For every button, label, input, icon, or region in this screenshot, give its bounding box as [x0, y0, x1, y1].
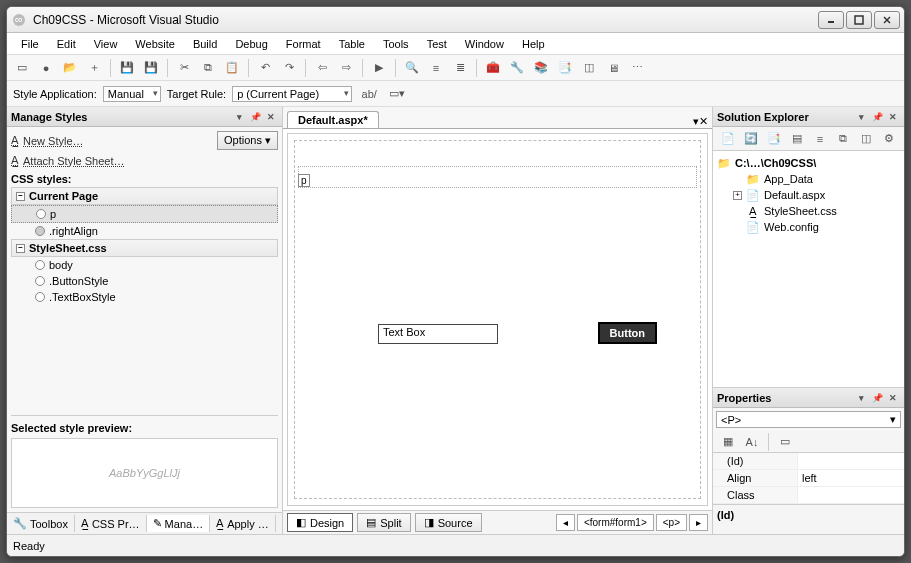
tree-root[interactable]: 📁C:\…\Ch09CSS\	[717, 155, 900, 171]
properties-icon[interactable]: 🔧	[506, 57, 528, 79]
menu-build[interactable]: Build	[185, 36, 225, 52]
breadcrumb-form[interactable]: <form#form1>	[577, 514, 654, 531]
crumb-nav-right[interactable]: ▸	[689, 514, 708, 531]
menu-tools[interactable]: Tools	[375, 36, 417, 52]
options-button[interactable]: Options ▾	[217, 131, 278, 150]
nav-back-icon[interactable]: ⇦	[311, 57, 333, 79]
breadcrumb-p[interactable]: <p>	[656, 514, 687, 531]
doc-tab-default[interactable]: Default.aspx*	[287, 111, 379, 128]
maximize-button[interactable]	[846, 11, 872, 29]
open-file-icon[interactable]: 📂	[59, 57, 81, 79]
tree-default-aspx[interactable]: +📄Default.aspx	[717, 187, 900, 203]
close-icon[interactable]: ✕	[886, 110, 900, 124]
menu-debug[interactable]: Debug	[227, 36, 275, 52]
expand-icon[interactable]: +	[733, 191, 742, 200]
menu-format[interactable]: Format	[278, 36, 329, 52]
uncomment-icon[interactable]: ≣	[449, 57, 471, 79]
target-rule-dropdown[interactable]: p (Current Page)	[232, 86, 352, 102]
pane-dropdown-icon[interactable]: ▾	[854, 391, 868, 405]
tab-apply-styles[interactable]: A̲Apply …	[210, 515, 276, 532]
close-button[interactable]	[874, 11, 900, 29]
css-rule-body[interactable]: body	[11, 257, 278, 273]
p-tag-handle[interactable]: p	[298, 174, 310, 187]
more-tools-icon[interactable]: ⋯	[626, 57, 648, 79]
tab-manage-styles[interactable]: ✎Mana…	[147, 515, 211, 532]
se-showall-icon[interactable]: ▤	[786, 128, 807, 150]
property-pages-icon[interactable]: ▭	[774, 431, 796, 453]
menu-help[interactable]: Help	[514, 36, 553, 52]
css-group-current-page[interactable]: −Current Page	[11, 187, 278, 205]
close-icon[interactable]: ✕	[886, 391, 900, 405]
style-tool-icon[interactable]: ab/	[358, 83, 380, 105]
comment-icon[interactable]: ≡	[425, 57, 447, 79]
style-application-mode-dropdown[interactable]: Manual	[103, 86, 161, 102]
doc-close-icon[interactable]: ✕	[699, 115, 708, 128]
prop-row-class[interactable]: Class	[713, 487, 904, 504]
alphabetical-icon[interactable]: A↓	[741, 431, 763, 453]
paragraph-outline[interactable]	[298, 166, 697, 188]
se-refresh-icon[interactable]: 🔄	[740, 128, 761, 150]
menu-table[interactable]: Table	[331, 36, 373, 52]
button-control[interactable]: Button	[598, 322, 657, 344]
attach-stylesheet-link[interactable]: A̲Attach Style Sheet…	[11, 154, 278, 167]
copy-icon[interactable]: ⧉	[197, 57, 219, 79]
css-rule-textboxstyle[interactable]: .TextBoxStyle	[11, 289, 278, 305]
pane-dropdown-icon[interactable]: ▾	[232, 110, 246, 124]
view-split-button[interactable]: ▤Split	[357, 513, 410, 532]
prop-row-align[interactable]: Alignleft	[713, 470, 904, 487]
css-rule-rightalign[interactable]: .rightAlign	[11, 223, 278, 239]
se-properties-icon[interactable]: 📄	[717, 128, 738, 150]
prop-row-id[interactable]: (Id)	[713, 453, 904, 470]
save-icon[interactable]: 💾	[116, 57, 138, 79]
undo-icon[interactable]: ↶	[254, 57, 276, 79]
find-icon[interactable]: 🔍	[401, 57, 423, 79]
menu-window[interactable]: Window	[457, 36, 512, 52]
save-all-icon[interactable]: 💾	[140, 57, 162, 79]
redo-icon[interactable]: ↷	[278, 57, 300, 79]
se-code-icon[interactable]: ≡	[810, 128, 831, 150]
menu-file[interactable]: File	[13, 36, 47, 52]
crumb-nav-left[interactable]: ◂	[556, 514, 575, 531]
new-style-link[interactable]: A̲New Style…	[11, 134, 84, 147]
menu-website[interactable]: Website	[127, 36, 183, 52]
new-website-icon[interactable]: ●	[35, 57, 57, 79]
view-source-button[interactable]: ◨Source	[415, 513, 482, 532]
style-options-icon[interactable]: ▭▾	[386, 83, 408, 105]
pin-icon[interactable]: 📌	[870, 391, 884, 405]
categorized-icon[interactable]: ▦	[717, 431, 739, 453]
tree-web-config[interactable]: 📄Web.config	[717, 219, 900, 235]
nav-fwd-icon[interactable]: ⇨	[335, 57, 357, 79]
css-rule-p[interactable]: p	[11, 205, 278, 223]
minimize-button[interactable]	[818, 11, 844, 29]
tree-stylesheet-css[interactable]: A̲StyleSheet.css	[717, 203, 900, 219]
menu-edit[interactable]: Edit	[49, 36, 84, 52]
start-debug-icon[interactable]: ▶	[368, 57, 390, 79]
menu-test[interactable]: Test	[419, 36, 455, 52]
properties-object-selector[interactable]: <P>▾	[716, 411, 901, 428]
design-surface[interactable]: p Text Box Button	[287, 133, 708, 506]
server-explorer-icon[interactable]: 🖥	[602, 57, 624, 79]
pane-dropdown-icon[interactable]: ▾	[854, 110, 868, 124]
add-item-icon[interactable]: ＋	[83, 57, 105, 79]
object-browser-icon[interactable]: 📚	[530, 57, 552, 79]
collapse-icon[interactable]: −	[16, 244, 25, 253]
close-icon[interactable]: ✕	[264, 110, 278, 124]
tree-app-data[interactable]: 📁App_Data	[717, 171, 900, 187]
textbox-control[interactable]: Text Box	[378, 324, 498, 344]
toolbox-icon[interactable]: 🧰	[482, 57, 504, 79]
solution-explorer-icon[interactable]: 📑	[554, 57, 576, 79]
view-design-button[interactable]: ◧Design	[287, 513, 353, 532]
menu-view[interactable]: View	[86, 36, 126, 52]
css-group-stylesheet[interactable]: −StyleSheet.css	[11, 239, 278, 257]
se-copy-icon[interactable]: ⧉	[833, 128, 854, 150]
tab-toolbox[interactable]: 🔧Toolbox	[7, 515, 75, 532]
paste-icon[interactable]: 📋	[221, 57, 243, 79]
class-view-icon[interactable]: ◫	[578, 57, 600, 79]
pin-icon[interactable]: 📌	[248, 110, 262, 124]
pin-icon[interactable]: 📌	[870, 110, 884, 124]
tab-css-properties[interactable]: A̲CSS Pr…	[75, 515, 147, 532]
se-config-icon[interactable]: ⚙	[879, 128, 900, 150]
css-rule-buttonstyle[interactable]: .ButtonStyle	[11, 273, 278, 289]
se-nest-icon[interactable]: 📑	[763, 128, 784, 150]
collapse-icon[interactable]: −	[16, 192, 25, 201]
